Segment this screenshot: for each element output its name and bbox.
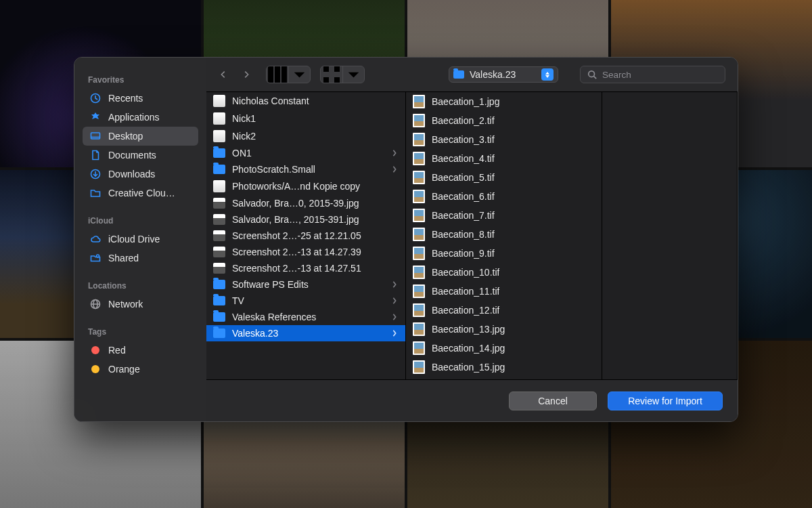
view-mode-chevron-icon[interactable] [288,66,310,83]
columns-view-icon[interactable] [267,66,288,83]
thumb-icon [413,209,425,222]
file-name: ON1 [232,148,252,158]
file-name: Baecation_9.tif [432,248,495,259]
sidebar-item-downloads[interactable]: Downloads [83,165,198,184]
svg-rect-12 [334,66,340,72]
file-row[interactable]: PhotoScratch.Small [206,161,405,177]
thumb-icon [413,228,425,241]
cancel-button[interactable]: Cancel [509,391,597,410]
file-name: Valeska References [232,312,316,322]
chevron-right-icon [392,164,397,175]
file-row[interactable]: Baecation_2.tif [406,111,602,130]
path-popup-label: Valeska.23 [470,69,516,80]
sidebar-item-icloud-drive[interactable]: iCloud Drive [83,230,198,249]
file-name: Baecation_5.tif [432,172,495,183]
file-name: TV [232,295,244,306]
file-row[interactable]: Salvador, Bra…, 2015-391.jpg [206,211,405,228]
file-name: Nick2 [232,131,256,142]
review-import-button[interactable]: Review for Import [608,391,723,410]
grid-icon[interactable] [321,66,342,83]
file-row[interactable]: Valeska.23 [206,325,405,341]
sidebar-item-applications[interactable]: Applications [83,108,198,127]
file-row[interactable]: Nicholas Constant [206,92,405,110]
file-row[interactable]: Baecation_3.tif [406,130,602,149]
svg-rect-11 [323,66,329,72]
file-row[interactable]: Baecation_6.tif [406,187,602,206]
finder-toolbar: Valeska.23 [206,58,738,91]
sidebar-item-recents[interactable]: Recents [83,89,198,108]
chevron-right-icon [392,295,397,306]
column-2[interactable]: Baecation_1.jpgBaecation_2.tifBaecation_… [406,92,602,379]
file-row[interactable]: Nick2 [206,127,405,145]
file-row[interactable]: Nick1 [206,110,405,127]
column-1[interactable]: Nicholas ConstantNick1Nick2ON1PhotoScrat… [206,92,406,379]
search-input[interactable] [602,70,718,80]
svg-rect-8 [268,66,273,83]
file-row[interactable]: ON1 [206,145,405,161]
folder-icon [213,148,225,158]
sidebar-item-red[interactable]: Red [83,341,198,360]
file-row[interactable]: Baecation_13.jpg [406,320,602,339]
file-name: Baecation_11.tif [432,286,499,297]
folder-icon [213,165,225,174]
file-row[interactable]: Baecation_12.tif [406,301,602,320]
chevron-right-icon [392,279,397,290]
file-name: Baecation_15.jpg [432,362,505,373]
file-row[interactable]: Screenshot 2…-13 at 14.27.39 [206,244,405,260]
group-segment[interactable] [320,66,365,83]
file-row[interactable]: Baecation_4.tif [406,149,602,168]
sidebar-item-network[interactable]: Network [83,295,198,314]
file-name: Baecation_8.tif [432,229,495,240]
file-row[interactable]: Baecation_14.jpg [406,339,602,358]
sidebar-item-label: Shared [108,253,139,263]
file-name: Baecation_3.tif [432,134,495,145]
group-chevron-icon[interactable] [342,66,364,83]
thumb-icon [413,95,425,108]
file-row[interactable]: Baecation_15.jpg [406,358,602,377]
thumb-icon [413,322,425,336]
sidebar-item-label: Desktop [108,131,143,142]
file-row[interactable]: Screenshot 2…-13 at 14.27.51 [206,260,405,276]
view-mode-segment[interactable] [266,66,311,83]
file-row[interactable]: Salvador, Bra…0, 2015-39.jpg [206,195,405,211]
svg-point-15 [589,71,595,77]
file-row[interactable]: Baecation_7.tif [406,206,602,225]
file-name: Photoworks/A…nd Kopie copy [232,181,360,192]
file-name: Software PS Edits [232,279,309,290]
doc-icon [89,149,102,161]
file-row[interactable]: Baecation_9.tif [406,244,602,263]
thumb-icon [413,341,425,355]
search-field[interactable] [580,66,725,83]
sidebar-item-orange[interactable]: Orange [83,360,198,379]
thumb-icon [413,284,425,298]
forward-button[interactable] [236,66,256,83]
file-row[interactable]: Baecation_8.tif [406,225,602,244]
file-row[interactable]: Baecation_1.jpg [406,92,602,111]
file-row[interactable]: TV [206,293,405,309]
img-icon [213,247,225,257]
tag-icon [89,344,102,356]
open-file-dialog: FavoritesRecentsApplicationsDesktopDocum… [74,57,738,422]
file-row[interactable]: Software PS Edits [206,276,405,293]
sidebar-item-desktop[interactable]: Desktop [83,127,198,146]
nav-buttons [213,66,256,83]
file-row[interactable]: Baecation_11.tif [406,282,602,301]
sidebar-item-shared[interactable]: Shared [83,249,198,268]
download-icon [89,168,102,180]
thumb-icon [413,360,425,374]
back-button[interactable] [213,66,233,83]
chevron-right-icon [392,148,397,158]
sidebar-item-documents[interactable]: Documents [83,146,198,165]
file-row[interactable]: Photoworks/A…nd Kopie copy [206,177,405,195]
file-row[interactable]: Baecation_10.tif [406,263,602,282]
file-name: Nick1 [232,113,256,124]
sidebar-item-label: Orange [108,364,140,375]
path-popup[interactable]: Valeska.23 [449,66,558,83]
file-row[interactable]: Screenshot 2…-25 at 12.21.05 [206,228,405,244]
finder-sidebar: FavoritesRecentsApplicationsDesktopDocum… [74,58,206,421]
file-row[interactable]: Baecation_5.tif [406,168,602,187]
cloud-icon [89,233,102,245]
svg-point-4 [97,255,99,257]
file-row[interactable]: Valeska References [206,309,405,325]
sidebar-item-creative-clou-[interactable]: Creative Clou… [83,184,198,203]
